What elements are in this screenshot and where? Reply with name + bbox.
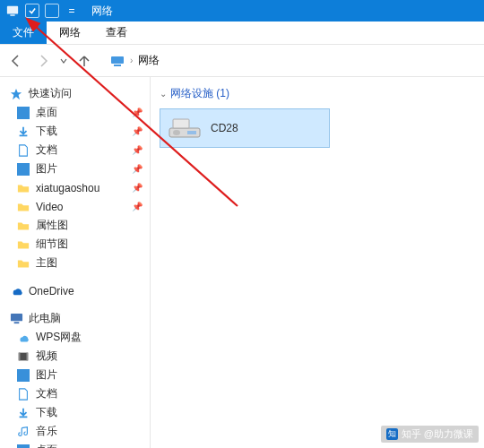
chevron-down-icon: ⌄: [160, 89, 167, 99]
sidebar-item-desktop2[interactable]: 桌面: [0, 441, 150, 448]
svg-rect-11: [17, 369, 30, 382]
nav-bar: › 网络: [0, 45, 484, 77]
svg-rect-4: [17, 107, 30, 119]
nav-up-button[interactable]: [72, 48, 97, 73]
pc-icon: [9, 312, 23, 326]
svg-rect-7: [13, 322, 19, 323]
pin-icon: 📌: [132, 108, 143, 117]
download-icon: [16, 406, 30, 420]
nav-pane[interactable]: 快速访问 桌面 📌 下载 📌 文档 📌 图片 📌: [0, 77, 151, 448]
app-icon: [5, 4, 20, 18]
pin-icon: 📌: [132, 145, 143, 155]
ribbon-tabs: 文件 网络 查看: [0, 22, 484, 45]
quick-access-label: 快速访问: [29, 86, 72, 101]
breadcrumb[interactable]: 网络: [138, 53, 160, 68]
svg-rect-0: [7, 6, 18, 14]
main-pane[interactable]: ⌄ 网络设施 (1) CD28: [151, 77, 484, 448]
onedrive-header[interactable]: OneDrive: [0, 281, 150, 300]
document-icon: [16, 387, 30, 401]
pictures-icon: [16, 162, 30, 177]
pin-icon: 📌: [132, 202, 143, 211]
cloud-icon: [16, 331, 30, 345]
tab-network[interactable]: 网络: [47, 22, 93, 44]
sidebar-item-videos[interactable]: 视频: [0, 347, 150, 366]
sidebar-item-label: xiatugaoshou: [36, 182, 99, 194]
watermark: 知 知乎 @助力微课: [381, 426, 479, 443]
sidebar-item-downloads[interactable]: 下载 📌: [0, 122, 150, 141]
svg-rect-1: [10, 14, 14, 15]
sidebar-item-label: 桌面: [36, 105, 57, 120]
sidebar-item-label: WPS网盘: [36, 330, 82, 345]
sidebar-item-label: 下载: [36, 405, 57, 420]
film-icon: [16, 349, 30, 364]
svg-rect-5: [17, 163, 30, 176]
pictures-icon: [16, 368, 30, 383]
pin-icon: 📌: [132, 126, 143, 136]
this-pc-header[interactable]: 此电脑: [0, 309, 150, 328]
folder-icon: [16, 256, 30, 271]
sidebar-item-zhutu[interactable]: 主图: [0, 254, 150, 272]
sidebar-item-label: 文档: [36, 142, 57, 158]
sidebar-item-label: 主图: [36, 255, 57, 271]
sidebar-item-xijietu[interactable]: 细节图: [0, 235, 150, 254]
sidebar-item-downloads2[interactable]: 下载: [0, 403, 150, 422]
sidebar-item-xiatugaoshou[interactable]: xiatugaoshou 📌: [0, 178, 150, 197]
tab-view[interactable]: 查看: [93, 22, 140, 44]
svg-rect-10: [27, 352, 29, 360]
download-icon: [16, 125, 30, 139]
onedrive-icon: [9, 284, 23, 298]
sidebar-item-wps[interactable]: WPS网盘: [0, 328, 150, 347]
sidebar-item-pictures2[interactable]: 图片: [0, 366, 150, 384]
qat-icons: =: [0, 4, 84, 18]
sidebar-item-pictures[interactable]: 图片 📌: [0, 159, 150, 178]
desktop-icon: [16, 106, 30, 120]
computer-device-icon: [168, 116, 202, 141]
sidebar-item-label: Video: [36, 201, 63, 213]
content-area: 快速访问 桌面 📌 下载 📌 文档 📌 图片 📌: [0, 77, 484, 448]
svg-rect-9: [19, 352, 21, 360]
sidebar-item-video[interactable]: Video 📌: [0, 197, 150, 216]
folder-icon: [16, 237, 30, 252]
sidebar-item-label: 图片: [36, 367, 57, 383]
document-icon: [16, 143, 30, 158]
sidebar-item-shuxingtu[interactable]: 属性图: [0, 216, 150, 235]
sidebar-item-label: 下载: [36, 124, 57, 139]
zhihu-icon: 知: [386, 428, 398, 440]
sidebar-item-desktop[interactable]: 桌面 📌: [0, 103, 150, 122]
desktop-icon: [16, 444, 30, 449]
sidebar-item-label: 音乐: [36, 424, 57, 439]
folder-icon: [16, 200, 30, 214]
tab-file[interactable]: 文件: [0, 22, 47, 44]
window-title: 网络: [91, 4, 113, 19]
nav-forward-button[interactable]: [30, 48, 56, 73]
sidebar-item-label: 细节图: [36, 237, 68, 252]
music-icon: [16, 425, 30, 439]
folder-icon: [16, 181, 30, 195]
network-location-icon: [110, 54, 125, 68]
nav-recent-dropdown[interactable]: [57, 48, 70, 73]
svg-rect-16: [173, 119, 189, 128]
address-bar[interactable]: › 网络: [106, 50, 164, 71]
pin-icon: 📌: [132, 183, 143, 193]
section-network-devices[interactable]: ⌄ 网络设施 (1): [160, 86, 475, 101]
star-icon: [9, 87, 23, 101]
title-bar: = 网络: [0, 0, 484, 22]
folder-icon: [16, 219, 30, 233]
device-tile-cd28[interactable]: CD28: [160, 108, 330, 148]
onedrive-label: OneDrive: [29, 285, 74, 297]
quick-access-header[interactable]: 快速访问: [0, 84, 150, 103]
svg-rect-12: [17, 444, 30, 449]
quick-access-group: 快速访问 桌面 📌 下载 📌 文档 📌 图片 📌: [0, 84, 150, 272]
pin-icon: 📌: [132, 164, 143, 174]
sidebar-item-label: 属性图: [36, 218, 68, 233]
nav-back-button[interactable]: [4, 48, 29, 73]
chevron-right-icon: ›: [130, 56, 133, 65]
sidebar-item-documents[interactable]: 文档 📌: [0, 141, 150, 159]
sidebar-item-music[interactable]: 音乐: [0, 422, 150, 441]
onedrive-group: OneDrive: [0, 281, 150, 300]
qat-check-icon[interactable]: [25, 4, 39, 18]
sidebar-item-documents2[interactable]: 文档: [0, 384, 150, 403]
watermark-text: 知乎 @助力微课: [402, 427, 473, 441]
qat-dropdown-icon[interactable]: =: [65, 4, 79, 18]
qat-blank-icon[interactable]: [45, 4, 59, 18]
